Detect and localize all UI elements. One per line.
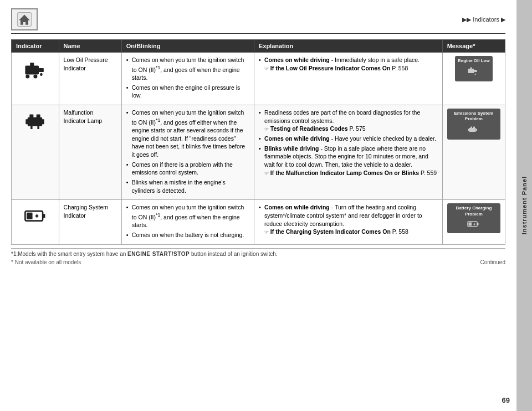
malfunction-explanation: Readiness codes are part of the on board… xyxy=(254,105,442,199)
continued-label: Continued xyxy=(480,259,505,265)
col-name: Name xyxy=(59,40,121,53)
svg-point-8 xyxy=(40,73,43,76)
home-icon xyxy=(17,12,32,27)
svg-rect-17 xyxy=(37,114,40,118)
svg-rect-14 xyxy=(26,119,29,124)
svg-rect-22 xyxy=(475,129,477,131)
svg-rect-21 xyxy=(468,129,469,131)
charging-message-icon xyxy=(466,219,482,229)
footnote2: * Not available on all models xyxy=(11,259,81,265)
engine-start-stop-label: ENGINE START/STOP xyxy=(127,251,190,257)
side-tab: Instrument Panel xyxy=(516,0,532,411)
col-message: Message* xyxy=(442,40,505,53)
indicators-table: Indicator Name On/Blinking Explanation M… xyxy=(11,39,505,245)
page-number: 69 xyxy=(502,396,510,404)
malfunction-message: Emissions System Problem xyxy=(442,105,505,199)
svg-rect-2 xyxy=(25,66,39,75)
svg-rect-18 xyxy=(30,126,33,129)
malfunction-onblinking: Comes on when you turn the ignition swit… xyxy=(121,105,254,199)
col-onblinking: On/Blinking xyxy=(121,40,254,53)
breadcrumb: ▶▶ Indicators ▶ xyxy=(462,16,505,23)
svg-rect-31 xyxy=(477,223,479,225)
malfunction-name: Malfunction Indicator Lamp xyxy=(59,105,121,199)
home-button[interactable] xyxy=(11,8,38,30)
table-row: Charging System Indicator Comes on when … xyxy=(12,200,505,244)
main-content: ▶▶ Indicators ▶ Indicator Name On/Blinki… xyxy=(0,0,516,411)
low-oil-pressure-icon xyxy=(23,56,47,80)
table-header-row: Indicator Name On/Blinking Explanation M… xyxy=(12,40,505,53)
low-oil-message-icon xyxy=(466,66,482,77)
table-row: Low Oil Pressure Indicator Comes on when… xyxy=(12,53,505,105)
svg-rect-11 xyxy=(470,68,472,70)
malfunction-message-icon xyxy=(466,125,482,136)
charging-explanation: Comes on while driving - Turn off the he… xyxy=(254,200,442,244)
svg-rect-32 xyxy=(468,223,472,226)
side-tab-label: Instrument Panel xyxy=(521,176,528,234)
svg-point-7 xyxy=(34,74,38,78)
svg-rect-10 xyxy=(474,70,477,72)
svg-rect-9 xyxy=(468,69,474,73)
footer-bottom: * Not available on all models Continued xyxy=(11,259,505,265)
charging-message-box: Battery Charging Problem xyxy=(447,203,500,233)
low-oil-explanation: Comes on while driving - Immediately sto… xyxy=(254,53,442,105)
malfunction-message-box: Emissions System Problem xyxy=(447,109,500,140)
svg-rect-23 xyxy=(470,126,472,128)
svg-point-12 xyxy=(474,74,475,75)
low-oil-message-box: Engine Oil Low xyxy=(455,56,493,81)
footnote1: *1:Models with the smart entry system ha… xyxy=(11,248,505,257)
page-header: ▶▶ Indicators ▶ xyxy=(11,8,505,34)
low-oil-name: Low Oil Pressure Indicator xyxy=(59,53,121,105)
indicator-icon-charging xyxy=(12,200,59,244)
svg-rect-27 xyxy=(27,213,33,219)
indicator-icon-low-oil xyxy=(12,53,59,105)
svg-rect-15 xyxy=(42,119,44,124)
svg-rect-3 xyxy=(39,68,44,72)
svg-rect-16 xyxy=(30,114,34,118)
charging-onblinking: Comes on when you turn the ignition swit… xyxy=(121,200,254,244)
col-explanation: Explanation xyxy=(254,40,442,53)
charging-message: Battery Charging Problem xyxy=(442,200,505,244)
col-indicator: Indicator xyxy=(12,40,59,53)
low-oil-message: Engine Oil Low xyxy=(442,53,505,105)
malfunction-indicator-icon xyxy=(23,109,47,133)
svg-rect-13 xyxy=(28,117,42,126)
charging-system-icon xyxy=(23,203,47,228)
svg-rect-19 xyxy=(38,126,40,129)
svg-rect-24 xyxy=(473,126,475,128)
svg-point-6 xyxy=(26,74,30,78)
table-row: Malfunction Indicator Lamp Comes on when… xyxy=(12,105,505,199)
charging-name: Charging System Indicator xyxy=(59,200,121,244)
svg-rect-26 xyxy=(43,214,45,218)
svg-rect-20 xyxy=(469,128,475,132)
low-oil-onblinking: Comes on when you turn the ignition swit… xyxy=(121,53,254,105)
indicator-icon-malfunction xyxy=(12,105,59,199)
